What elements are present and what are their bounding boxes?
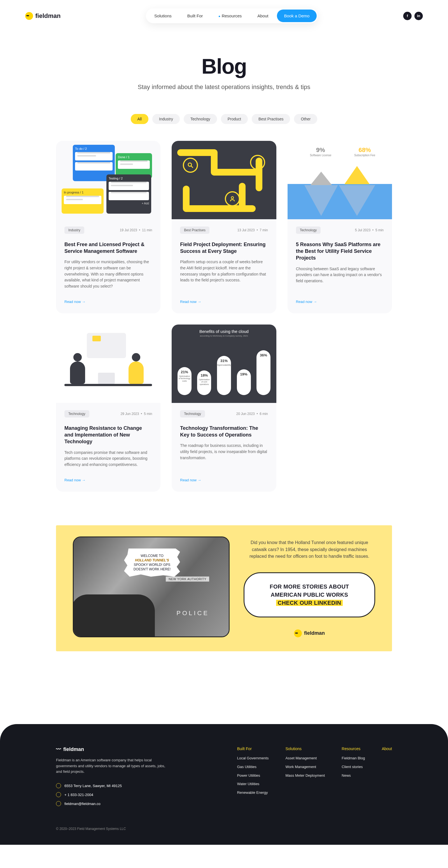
footer-col-title[interactable]: About [382,746,392,751]
banner-logo: fieldman [244,629,375,637]
logo-text: fieldman [35,12,61,20]
kanban-progress: In progress / 1 [62,188,104,214]
post-card[interactable]: 9%Software License 68%Subscription Fee T… [288,141,392,313]
post-title: 5 Reasons Why SaaS Platforms are the Bes… [296,241,384,261]
post-tag: Technology [296,226,321,234]
bar-column: 18%Optimisation of core operations [197,370,211,395]
kanban-testing: Testing / 2+ Add [106,175,151,214]
post-card[interactable]: To do / 2 Done / 1 Testing / 2+ Add In p… [56,141,160,313]
filter-product[interactable]: Product [221,114,248,124]
footer-col-title[interactable]: Built For [237,746,269,751]
mail-icon [56,801,61,806]
post-excerpt: Choosing between SaaS and legacy softwar… [296,266,384,289]
chart-title: Benefits of using the cloudaccording to … [172,329,276,337]
linkedin-banner: WELCOME TO HOLLAND TUNNEL'S SPOOKY WORLD… [56,525,392,651]
footer-link[interactable]: Work Management [285,765,325,769]
footer-link[interactable]: News [342,773,365,778]
footer-link[interactable]: Renewable Energy [237,790,269,795]
post-thumbnail: To do / 2 Done / 1 Testing / 2+ Add In p… [56,141,160,219]
post-meta: 5 Jul 2023 • 5 min [355,228,384,232]
footer: 〰 fieldman Fieldman is an American softw… [0,724,448,845]
bar-column: 36% [256,350,270,395]
footer-link[interactable]: Local Governments [237,756,269,761]
filter-other[interactable]: Other [294,114,317,124]
nav-about[interactable]: About [250,9,276,22]
rocket-icon [250,155,265,170]
copyright: © 2020–2023 Field Management Systems LLC [56,827,392,831]
filter-technology[interactable]: Technology [184,114,217,124]
post-thumbnail [172,141,276,219]
footer-link[interactable]: Gas Utilities [237,765,269,769]
nav-resources[interactable]: Resources [212,9,249,22]
pin-icon [56,783,61,788]
nav-built-for[interactable]: Built For [180,9,210,22]
banner-image: WELCOME TO HOLLAND TUNNEL'S SPOOKY WORLD… [73,536,230,637]
person-icon [225,191,240,206]
footer-col-title[interactable]: Solutions [285,746,325,751]
wave-icon: 〰 [56,746,61,752]
post-thumbnail [56,324,160,403]
filter-best-practises[interactable]: Best Practises [252,114,290,124]
filter-all[interactable]: All [131,114,149,124]
facebook-icon[interactable]: f [403,12,412,20]
social-links: f in [403,12,423,20]
post-card[interactable]: Benefits of using the cloudaccording to … [172,324,276,492]
nav-solutions[interactable]: Solutions [147,9,179,22]
read-now-link[interactable]: Read now [64,300,152,304]
phone-icon [56,792,61,797]
footer-phone[interactable]: + 1 833-321-2004 [56,792,168,797]
read-now-link[interactable]: Read now [180,478,268,482]
post-meta: 19 Jul 2023 • 11 min [120,228,152,232]
car-illustration [73,594,155,637]
post-card[interactable]: Best Practises 13 Jul 2023 • 7 min Field… [172,141,276,313]
category-filters: AllIndustryTechnologyProductBest Practis… [0,103,448,141]
filter-industry[interactable]: Industry [152,114,180,124]
post-title: Managing Resistance to Change and Implem… [64,425,152,445]
post-title: Best Free and Licensed Project & Service… [64,241,152,255]
logo[interactable]: fieldman [25,12,61,20]
post-title: Technology Transformation: The Key to Su… [180,425,268,438]
main-nav: SolutionsBuilt ForResourcesAboutBook a D… [146,8,318,23]
active-dot-icon [219,16,220,17]
book-demo-button[interactable]: Book a Demo [277,9,317,22]
footer-link[interactable]: Water Utilities [237,782,269,786]
bar-column: 21%Optimisation of technology costs [178,367,192,395]
read-now-link[interactable]: Read now [180,300,268,304]
post-meta: 29 Jun 2023 • 5 min [120,412,152,416]
linkedin-icon[interactable]: in [414,12,423,20]
post-meta: 13 Jul 2023 • 7 min [237,228,268,232]
post-card[interactable]: Technology 29 Jun 2023 • 5 min Managing … [56,324,160,492]
footer-email[interactable]: fieldman@fieldman.co [56,801,168,806]
footer-link[interactable]: Power Utilities [237,773,269,778]
footer-col-solutions: SolutionsAsset ManagementWork Management… [285,746,325,810]
post-excerpt: For utility vendors or municipalities, c… [64,259,152,289]
speech-bubble: WELCOME TO HOLLAND TUNNEL'S SPOOKY WORLD… [124,549,180,577]
footer-link[interactable]: Mass Meter Deployment [285,773,325,778]
footer-about: Fieldman is an American software company… [56,757,168,775]
post-tag: Industry [64,226,84,234]
logo-mark-icon [25,12,33,20]
banner-cta-button[interactable]: FOR MORE STORIES ABOUT AMERICAN PUBLIC W… [244,572,375,617]
police-label: POLICE [177,610,209,617]
banner-text: Did you know that the Holland Tunnel onc… [244,536,375,568]
read-now-link[interactable]: Read now [296,300,384,304]
footer-col-about: About [382,746,392,810]
post-grid: To do / 2 Done / 1 Testing / 2+ Add In p… [0,141,448,525]
footer-col-title[interactable]: Resources [342,746,365,751]
page-subtitle: Stay informed about the latest operation… [0,83,448,92]
svg-line-1 [191,166,193,168]
bar-column: 31%Hyperscalability [217,356,231,395]
footer-link[interactable]: Asset Management [285,756,325,761]
post-tag: Technology [64,410,89,417]
read-now-link[interactable]: Read now [64,478,152,482]
footer-link[interactable]: Fieldman Blog [342,756,365,761]
footer-col-built-for: Built ForLocal GovernmentsGas UtilitiesP… [237,746,269,810]
footer-address: 6553 Terry Lane, Sawyer, MI 49125 [56,783,168,788]
post-tag: Technology [180,410,205,417]
logo-mark-icon [294,629,302,637]
footer-col-resources: ResourcesFieldman BlogClient storiesNews [342,746,365,810]
footer-logo[interactable]: 〰 fieldman [56,746,168,752]
footer-link[interactable]: Client stories [342,765,365,769]
post-meta: 20 Jun 2023 • 6 min [236,412,268,416]
post-title: Field Project Deployment: Ensuring Succe… [180,241,268,255]
